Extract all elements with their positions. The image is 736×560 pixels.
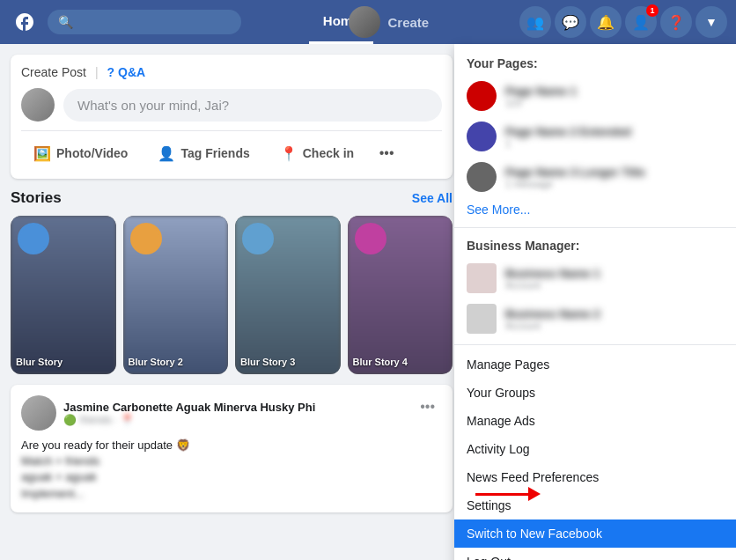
page-sub-1: 123 bbox=[505, 98, 724, 108]
page-info-2: Page Name 2 Extended 1 bbox=[505, 125, 724, 149]
tag-friends-btn[interactable]: 👤 Tag Friends bbox=[145, 140, 261, 167]
dropdown-page-item-2[interactable]: Page Name 2 Extended 1 bbox=[454, 116, 736, 157]
help-icon-btn[interactable]: ❓ bbox=[660, 6, 692, 38]
stories-header: Stories See All bbox=[11, 189, 453, 207]
switch-to-new-facebook-item[interactable]: Switch to New Facebook bbox=[454, 519, 736, 548]
story-card-4[interactable]: Blur Story 4 bbox=[348, 216, 453, 374]
create-post-header: Create Post | ? Q&A bbox=[21, 65, 442, 79]
qa-label[interactable]: ? Q&A bbox=[107, 65, 146, 79]
your-pages-section: Your Pages: bbox=[454, 51, 736, 76]
create-post-card: Create Post | ? Q&A What's on your mind,… bbox=[11, 55, 453, 179]
page-info-3: Page Name 3 Longer Title 1 message bbox=[505, 166, 724, 189]
divider-2 bbox=[454, 344, 736, 345]
story-card-3[interactable]: Blur Story 3 bbox=[235, 216, 341, 374]
post-privacy-icon: 🟢 bbox=[63, 414, 77, 426]
post-line4: Implement... bbox=[21, 486, 442, 502]
story-card-1[interactable]: Blur Story bbox=[11, 216, 116, 374]
log-out-item[interactable]: Log Out bbox=[454, 548, 736, 560]
post-more-button[interactable]: ••• bbox=[413, 395, 442, 418]
see-all-stories-link[interactable]: See All bbox=[412, 191, 453, 205]
post-user-info: Jasmine Carbonette Aguak Minerva Husky P… bbox=[21, 395, 315, 431]
user-profile-pic[interactable] bbox=[349, 6, 380, 38]
arrow-head bbox=[528, 487, 541, 501]
post-input-box[interactable]: What's on your mind, Jai? bbox=[63, 89, 442, 122]
post-user-meta: Jasmine Carbonette Aguak Minerva Husky P… bbox=[63, 401, 315, 426]
left-content: Create Post | ? Q&A What's on your mind,… bbox=[0, 44, 463, 560]
activity-log-item[interactable]: Activity Log bbox=[454, 435, 736, 463]
account-arrow-btn[interactable]: ▼ bbox=[696, 6, 727, 38]
post-timestamp: friends · 📍 bbox=[80, 414, 134, 426]
story-label-3: Blur Story 3 bbox=[240, 357, 335, 367]
biz-info-2: Business Name 2 Account bbox=[505, 307, 724, 331]
dropdown-page-item-1[interactable]: Page Name 1 123 bbox=[454, 76, 736, 116]
feed-post: Jasmine Carbonette Aguak Minerva Husky P… bbox=[11, 385, 453, 512]
photo-video-label: Photo/Video bbox=[56, 146, 128, 160]
your-groups-item[interactable]: Your Groups bbox=[454, 379, 736, 407]
post-line1: Are you ready for their update 🦁 bbox=[21, 438, 442, 453]
biz-info-1: Business Name 1 Account bbox=[505, 267, 724, 291]
biz-name-1: Business Name 1 bbox=[505, 267, 724, 280]
biz-sub-1: Account bbox=[505, 280, 724, 291]
story-avatar-3 bbox=[242, 223, 274, 254]
manage-pages-item[interactable]: Manage Pages bbox=[454, 350, 736, 379]
story-avatar-4 bbox=[355, 223, 386, 254]
post-header: Jasmine Carbonette Aguak Minerva Husky P… bbox=[21, 395, 442, 431]
friends-icon-btn[interactable]: 👥 bbox=[519, 6, 551, 38]
page-sub-3: 1 message bbox=[505, 179, 724, 189]
post-input-row: What's on your mind, Jai? bbox=[21, 88, 442, 122]
tag-friends-label: Tag Friends bbox=[180, 146, 249, 160]
stories-title: Stories bbox=[11, 189, 62, 207]
divider-1 bbox=[454, 227, 736, 228]
dropdown-menu: Your Pages: Page Name 1 123 Page Name 2 … bbox=[454, 44, 736, 560]
post-actions: 🖼️ Photo/Video 👤 Tag Friends 📍 Check in … bbox=[21, 130, 442, 168]
story-avatar-2 bbox=[130, 223, 162, 254]
dropdown-page-item-3[interactable]: Page Name 3 Longer Title 1 message bbox=[454, 157, 736, 197]
check-in-label: Check in bbox=[303, 146, 354, 160]
red-arrow bbox=[475, 487, 541, 501]
search-icon: 🔍 bbox=[58, 15, 73, 29]
nav-right-icons: 👥 💬 🔔 👤 1 ❓ ▼ bbox=[519, 6, 727, 38]
biz-name-2: Business Name 2 bbox=[505, 307, 724, 321]
page-name-1: Page Name 1 bbox=[505, 85, 724, 98]
nav-center bbox=[349, 6, 387, 38]
current-user-avatar bbox=[21, 88, 55, 122]
post-meta: 🟢 friends · 📍 bbox=[63, 414, 315, 426]
more-icon: ••• bbox=[379, 145, 394, 161]
story-card-2[interactable]: Blur Story 2 bbox=[123, 216, 229, 374]
messenger-icon: 💬 bbox=[562, 14, 579, 31]
story-label-4: Blur Story 4 bbox=[353, 357, 448, 367]
messenger-icon-btn[interactable]: 💬 bbox=[555, 6, 586, 38]
post-line2: Match + friends bbox=[21, 453, 442, 469]
bell-icon: 🔔 bbox=[597, 14, 615, 31]
photo-icon: 🖼️ bbox=[33, 145, 51, 162]
arrow-line bbox=[475, 493, 528, 496]
biz-sub-2: Account bbox=[505, 321, 724, 331]
chevron-down-icon: ▼ bbox=[705, 15, 718, 29]
photo-video-btn[interactable]: 🖼️ Photo/Video bbox=[21, 140, 140, 167]
biz-item-2[interactable]: Business Name 2 Account bbox=[454, 298, 736, 339]
fb-logo bbox=[9, 6, 40, 38]
person-add-icon: 👤 bbox=[632, 14, 650, 31]
business-manager-section: Business Manager: bbox=[454, 233, 736, 258]
stories-grid: Blur Story Blur Story 2 Blur Story 3 Blu… bbox=[11, 216, 453, 374]
post-user-name: Jasmine Carbonette Aguak Minerva Husky P… bbox=[63, 401, 315, 414]
tag-icon: 👤 bbox=[158, 145, 175, 162]
post-line3: aguak + aguak bbox=[21, 469, 442, 485]
page-sub-2: 1 bbox=[505, 138, 724, 149]
people-icon: 👥 bbox=[526, 14, 544, 31]
page-avatar-2 bbox=[467, 122, 497, 151]
question-icon: ❓ bbox=[667, 14, 685, 31]
biz-avatar-2 bbox=[467, 304, 497, 334]
page-info-1: Page Name 1 123 bbox=[505, 85, 724, 108]
manage-ads-item[interactable]: Manage Ads bbox=[454, 407, 736, 435]
top-navigation: 🔍 Home Create 👥 💬 🔔 👤 1 ❓ ▼ bbox=[0, 0, 736, 44]
see-more-link[interactable]: See More... bbox=[454, 197, 736, 222]
friend-requests-icon-btn[interactable]: 👤 1 bbox=[625, 6, 657, 38]
check-in-btn[interactable]: 📍 Check in bbox=[268, 140, 366, 167]
story-label-1: Blur Story bbox=[16, 357, 111, 367]
notifications-icon-btn[interactable]: 🔔 bbox=[590, 6, 622, 38]
page-avatar-1 bbox=[467, 81, 497, 111]
biz-item-1[interactable]: Business Name 1 Account bbox=[454, 258, 736, 298]
search-bar[interactable]: 🔍 bbox=[48, 10, 241, 34]
more-actions-btn[interactable]: ••• bbox=[372, 138, 401, 168]
